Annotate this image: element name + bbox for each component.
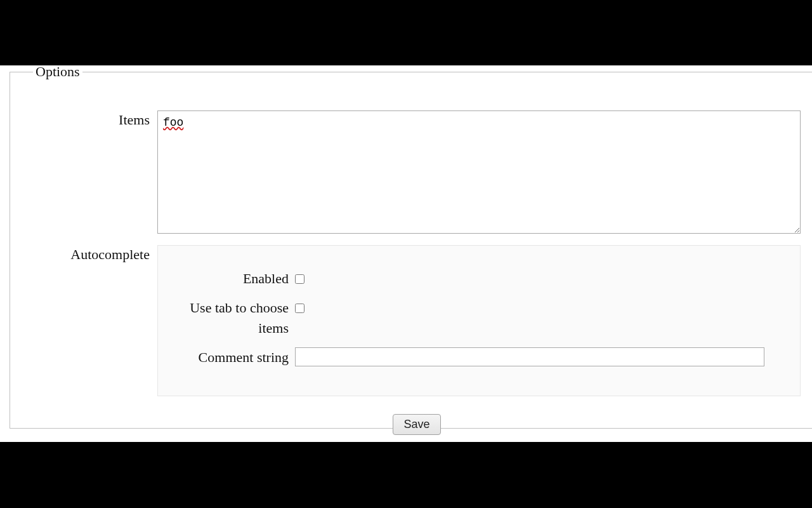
- comment-string-input[interactable]: [295, 347, 764, 366]
- items-label: Items: [33, 110, 157, 128]
- comment-string-label: Comment string: [183, 347, 295, 368]
- autocomplete-panel: Enabled Use tab to choose items Comment …: [157, 245, 801, 396]
- use-tab-label: Use tab to choose items: [183, 298, 295, 338]
- use-tab-row: Use tab to choose items: [183, 298, 775, 338]
- comment-string-row: Comment string: [183, 347, 775, 368]
- save-row: Save: [33, 414, 801, 435]
- options-legend: Options: [33, 64, 82, 80]
- autocomplete-row: Autocomplete Enabled Use tab to choose i…: [33, 245, 801, 396]
- enabled-label: Enabled: [183, 269, 295, 289]
- use-tab-checkbox[interactable]: [295, 304, 304, 313]
- autocomplete-label: Autocomplete: [33, 245, 157, 263]
- items-field: [157, 110, 801, 237]
- enabled-checkbox[interactable]: [295, 274, 304, 284]
- options-fieldset: Options Items Autocomplete Enabled: [10, 64, 812, 429]
- use-tab-field: [295, 298, 775, 317]
- comment-string-field: [295, 347, 775, 366]
- items-textarea[interactable]: [157, 110, 801, 234]
- save-button[interactable]: Save: [393, 414, 440, 435]
- items-row: Items: [33, 110, 801, 237]
- enabled-field: [295, 269, 775, 288]
- page: Options Items Autocomplete Enabled: [0, 65, 812, 442]
- enabled-row: Enabled: [183, 269, 775, 289]
- autocomplete-field: Enabled Use tab to choose items Comment …: [157, 245, 801, 396]
